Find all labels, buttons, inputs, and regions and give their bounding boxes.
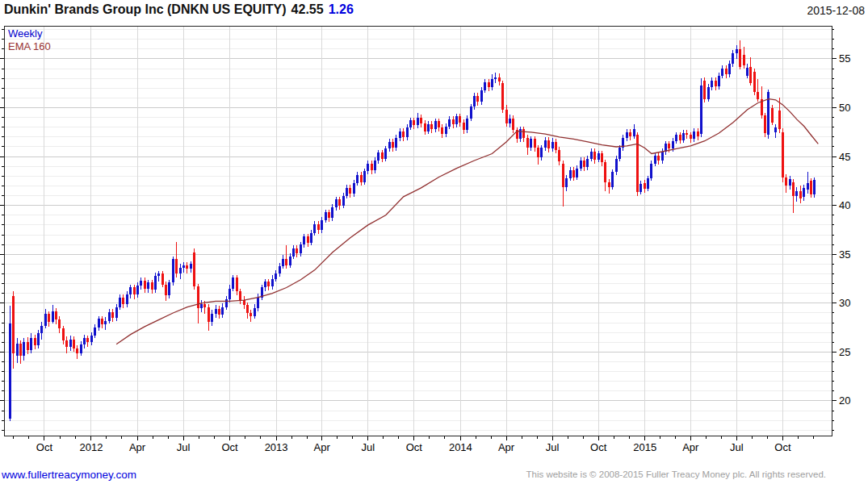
candle-body — [491, 79, 493, 87]
candle-body — [23, 342, 25, 356]
chart-header: Dunkin' Brands Group Inc (DNKN US EQUITY… — [4, 2, 864, 23]
candle-body — [335, 199, 338, 207]
candle-body — [349, 188, 351, 194]
candle-body — [583, 161, 585, 167]
candle-body — [526, 138, 529, 148]
candle-body — [544, 140, 547, 148]
y-axis-label: 40 — [839, 199, 850, 211]
candle-body — [501, 83, 504, 110]
candle-body — [83, 338, 86, 344]
candle-body — [215, 309, 217, 314]
candle-body — [232, 277, 234, 288]
candle-body — [749, 67, 752, 84]
candle-body — [590, 152, 593, 158]
candle-body — [374, 161, 376, 170]
candle-body — [310, 233, 312, 243]
candle-body — [69, 340, 72, 348]
candle-body — [12, 296, 15, 353]
candle-body — [313, 224, 316, 233]
copyright-notice: This website is © 2008-2015 Fuller Treac… — [526, 469, 826, 479]
candle-body — [789, 179, 791, 186]
candle-body — [739, 49, 741, 67]
candle-body — [530, 139, 532, 148]
candle-body — [555, 142, 557, 150]
instrument-name: Dunkin' Brands Group Inc (DNKN US EQUITY… — [4, 2, 287, 16]
candle-body — [285, 259, 287, 265]
candle-body — [417, 118, 419, 126]
candle-body — [275, 273, 277, 278]
candle-body — [494, 77, 497, 79]
candle-body — [650, 164, 652, 178]
candle-body — [58, 319, 61, 328]
candle-body — [55, 311, 57, 320]
candle-body — [604, 162, 606, 182]
candle-body — [703, 81, 706, 99]
candle-body — [243, 300, 245, 305]
x-axis-label: Oct — [774, 441, 791, 453]
candle-body — [488, 82, 490, 87]
candle-body — [190, 264, 192, 269]
candle-body — [19, 344, 22, 357]
candle-body — [239, 291, 241, 300]
candle-body — [771, 108, 774, 123]
candle-body — [356, 175, 359, 183]
candle-body — [338, 199, 341, 205]
candle-body — [115, 307, 118, 318]
x-axis-label: 2015 — [633, 441, 656, 453]
candle-body — [395, 138, 397, 148]
candle-body — [608, 182, 610, 187]
candle-body — [172, 259, 174, 282]
candle-body — [360, 175, 363, 182]
candle-body — [476, 96, 479, 102]
candle-body — [424, 123, 426, 131]
candle-body — [292, 248, 295, 257]
x-axis-label: Apr — [498, 441, 515, 453]
candle-body — [65, 340, 68, 347]
y-axis-label: 20 — [839, 394, 850, 407]
candle-body — [388, 142, 391, 148]
candle-body — [165, 285, 167, 295]
candle-body — [522, 129, 525, 138]
candle-body — [328, 212, 330, 218]
candle-body — [9, 323, 11, 419]
candle-body — [434, 121, 437, 129]
candle-body — [459, 116, 461, 122]
candle-body — [598, 153, 600, 159]
x-axis-label: Apr — [314, 441, 331, 453]
candle-body — [547, 140, 550, 149]
candle-body — [420, 118, 422, 123]
candle-body — [48, 314, 50, 322]
candle-body — [101, 319, 103, 324]
candle-body — [282, 259, 284, 265]
fullertreacymoney-link[interactable]: www.fullertreacymoney.com — [2, 469, 136, 481]
candle-body — [73, 340, 75, 348]
candle-body — [377, 152, 379, 161]
candle-body — [296, 248, 298, 253]
y-axis-label: 55 — [839, 52, 850, 65]
candle-body — [307, 236, 309, 242]
candle-body — [795, 191, 798, 196]
candle-body — [721, 69, 723, 75]
candle-body — [200, 304, 203, 308]
candle-body — [218, 309, 220, 315]
candle-body — [119, 298, 121, 307]
x-axis-label: Oct — [406, 441, 423, 453]
x-axis-label: 2013 — [265, 441, 288, 453]
candle-body — [257, 298, 259, 308]
candle-body — [108, 312, 111, 321]
candle-body — [686, 133, 688, 135]
candle-body — [743, 55, 745, 65]
candle-body — [746, 68, 748, 76]
candle-body — [154, 276, 157, 290]
x-axis-label: 2014 — [449, 441, 472, 453]
candle-body — [619, 148, 621, 158]
price-change: 1.26 — [329, 2, 354, 16]
y-axis-label: 30 — [839, 297, 850, 309]
candle-body — [427, 124, 430, 131]
candle-body — [80, 344, 82, 353]
candle-body — [37, 333, 40, 345]
candle-body — [661, 152, 664, 161]
legend-timeframe: Weekly — [8, 27, 51, 40]
candle-body — [593, 152, 596, 160]
candle-body — [551, 142, 554, 148]
